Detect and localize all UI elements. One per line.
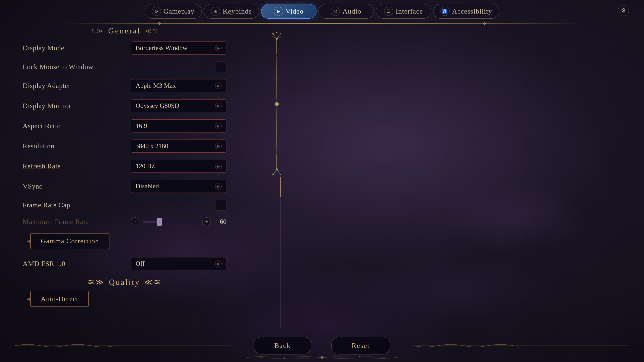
reset-button[interactable]: Reset [331, 337, 390, 354]
display-monitor-row: Display Monitor Odyssey G80SD ▶ [20, 99, 229, 112]
vsync-arrow: ▶ [215, 183, 222, 190]
display-adapter-dropdown[interactable]: Apple M3 Max ▶ [131, 79, 226, 92]
interface-icon: ☰ [384, 7, 393, 16]
slider-fill [142, 221, 159, 223]
bottom-ornament-svg [269, 154, 284, 177]
scroll-track[interactable] [280, 177, 281, 328]
display-mode-label: Display Mode [23, 44, 98, 52]
tab-gameplay[interactable]: ⚙ Gameplay [145, 4, 202, 19]
resolution-label: Resolution [23, 142, 98, 150]
gamma-correction-label: Gamma Correction [41, 237, 99, 245]
interface-label: Interface [396, 7, 423, 15]
svg-point-19 [359, 356, 360, 357]
display-monitor-label: Display Monitor [23, 102, 98, 110]
back-button[interactable]: Back [254, 337, 311, 354]
refresh-rate-dropdown[interactable]: 120 Hz ▶ [131, 160, 226, 173]
slider-thumb[interactable] [157, 218, 162, 226]
tab-keybinds[interactable]: ⊞ Keybinds [204, 4, 259, 19]
lock-mouse-row: Lock Mouse to Window [20, 62, 229, 72]
svg-point-18 [284, 357, 285, 359]
accessibility-label: Accessibility [452, 7, 492, 15]
refresh-rate-value: 120 Hz [136, 162, 155, 170]
top-trident-ornament [269, 31, 284, 54]
refresh-rate-row: Refresh Rate 120 Hz ▶ [20, 160, 229, 173]
max-frame-rate-label: Maximum Frame Rate [23, 218, 98, 226]
scroll-indicator [280, 177, 281, 197]
display-monitor-value: Odyssey G80SD [136, 102, 179, 110]
quality-section-header: ≋≫ Quality ≪≋ [20, 277, 229, 287]
svg-point-12 [276, 168, 278, 170]
slider-track[interactable] [142, 221, 199, 223]
vsync-dropdown[interactable]: Disabled ▶ [131, 180, 226, 193]
amd-fsr-label: AMD FSR 1.0 [23, 260, 98, 268]
amd-fsr-dropdown[interactable]: Off ▶ [131, 257, 226, 270]
gamma-correction-button[interactable]: Gamma Correction [30, 233, 109, 249]
display-adapter-label: Display Adapter [23, 82, 98, 90]
amd-fsr-value: Off [136, 260, 145, 267]
display-mode-dropdown[interactable]: Borderless Window ▶ [131, 41, 226, 55]
display-adapter-arrow: ▶ [215, 82, 222, 89]
svg-point-13 [272, 174, 274, 175]
audio-label: Audio [342, 7, 361, 15]
header-ornament-right: ≪≋ [145, 27, 158, 34]
keybinds-label: Keybinds [223, 7, 252, 15]
audio-icon: ◎ [331, 7, 340, 16]
settings-gear-icon[interactable]: ⚙ [618, 5, 629, 16]
refresh-rate-label: Refresh Rate [23, 162, 98, 170]
display-monitor-arrow: ▶ [215, 103, 222, 109]
general-title: General [108, 26, 141, 35]
display-mode-arrow: ▶ [215, 45, 222, 51]
tab-video[interactable]: ▶ Video [261, 4, 316, 19]
auto-detect-label: Auto-Detect [41, 295, 78, 303]
gameplay-label: Gameplay [164, 7, 194, 15]
vertical-ornament [269, 31, 284, 177]
frame-rate-cap-row: Frame Rate Cap [20, 200, 229, 210]
display-mode-row: Display Mode Borderless Window ▶ [20, 41, 229, 55]
right-decorative-panel [239, 26, 314, 328]
resolution-row: Resolution 3840 x 2160 ▶ [20, 140, 229, 153]
settings-panel: ≋≫ General ≪≋ Display Mode Borderless Wi… [20, 26, 229, 328]
accessibility-icon: ♿ [440, 7, 450, 16]
slider-decrease-button[interactable]: − [131, 217, 139, 226]
svg-point-5 [276, 38, 278, 40]
display-monitor-dropdown[interactable]: Odyssey G80SD ▶ [131, 99, 226, 112]
tab-interface[interactable]: ☰ Interface [376, 4, 431, 19]
vertical-diamond [274, 102, 279, 107]
max-frame-rate-slider[interactable]: − + 60 [131, 217, 226, 226]
auto-detect-row: Auto-Detect [20, 291, 229, 307]
vertical-line-bottom [276, 106, 277, 154]
gameplay-icon: ⚙ [152, 7, 161, 16]
auto-detect-button[interactable]: Auto-Detect [30, 291, 89, 307]
display-adapter-value: Apple M3 Max [136, 82, 176, 89]
display-adapter-row: Display Adapter Apple M3 Max ▶ [20, 79, 229, 92]
gamma-correction-row: Gamma Correction [20, 233, 229, 249]
vsync-row: VSync Disabled ▶ [20, 180, 229, 193]
svg-point-17 [321, 356, 323, 359]
svg-point-14 [280, 174, 281, 175]
video-label: Video [286, 7, 304, 15]
tab-audio[interactable]: ◎ Audio [318, 4, 374, 19]
slider-increase-button[interactable]: + [202, 217, 211, 226]
keybinds-icon: ⊞ [211, 7, 220, 16]
quality-ornament-right: ≪≋ [144, 277, 162, 287]
lock-mouse-checkbox[interactable] [216, 62, 226, 72]
resolution-dropdown[interactable]: 3840 x 2160 ▶ [131, 140, 226, 153]
display-mode-value: Borderless Window [136, 44, 187, 52]
bottom-right-ornament [413, 342, 629, 349]
svg-point-8 [276, 32, 277, 33]
max-frame-rate-value: 60 [214, 218, 226, 225]
video-icon: ▶ [274, 7, 283, 16]
quality-title: Quality [109, 278, 140, 287]
bottom-sub-ornament [0, 353, 644, 362]
tab-accessibility[interactable]: ♿ Accessibility [433, 4, 499, 19]
bottom-controls: Back Reset [0, 337, 644, 354]
amd-fsr-arrow: ▶ [215, 260, 222, 267]
top-navigation: ⚙ Gameplay ⊞ Keybinds ▶ Video ◎ Audio ☰ … [0, 0, 644, 19]
amd-fsr-row: AMD FSR 1.0 Off ▶ [20, 257, 229, 270]
aspect-ratio-dropdown[interactable]: 16:9 ▶ [131, 119, 226, 132]
aspect-ratio-value: 16:9 [136, 122, 147, 130]
refresh-rate-arrow: ▶ [215, 163, 222, 169]
max-frame-rate-row: Maximum Frame Rate − + 60 [20, 217, 229, 226]
frame-rate-cap-checkbox[interactable] [216, 200, 226, 210]
bottom-left-ornament [15, 342, 231, 349]
